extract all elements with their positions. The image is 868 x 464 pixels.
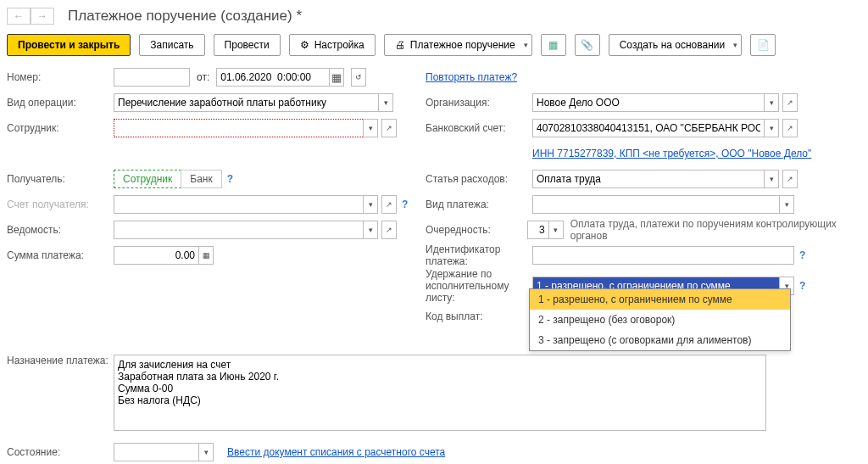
employee-dropdown[interactable]: ▾ (363, 119, 378, 137)
create-based-button[interactable]: Создать на основании (609, 34, 743, 56)
sum-input[interactable] (114, 246, 198, 265)
sheet-label: Ведомость: (7, 224, 114, 236)
settings-label: Настройка (314, 39, 364, 51)
page-title: Платежное поручение (создание) * (68, 8, 302, 25)
attach-button[interactable] (575, 34, 600, 56)
payout-code-label: Код выплат: (426, 310, 532, 322)
gear-icon (300, 39, 309, 51)
payee-acc-input (114, 195, 363, 214)
pay-id-label: Идентификатор платежа: (426, 243, 532, 267)
bank-acc-label: Банковский счет: (426, 122, 532, 134)
employee-input[interactable] (114, 119, 363, 137)
from-label: от: (197, 71, 209, 83)
nav-forward-button[interactable]: → (31, 8, 54, 25)
withhold-dropdown-list[interactable]: 1 - разрешено, с ограничением по сумме 2… (529, 288, 791, 351)
sheet-dropdown[interactable]: ▾ (363, 221, 378, 239)
org-dropdown[interactable]: ▾ (764, 93, 779, 112)
state-input[interactable] (114, 443, 198, 461)
run-close-button[interactable]: Провести и закрыть (7, 34, 131, 56)
clear-date-button[interactable]: ↺ (351, 68, 366, 87)
employee-label: Сотрудник: (7, 122, 114, 134)
withhold-help-icon[interactable]: ? (799, 280, 805, 292)
sum-calc[interactable]: ▦ (198, 246, 214, 265)
priority-input[interactable] (527, 221, 548, 239)
purpose-label: Назначение платежа: (7, 355, 114, 366)
sheet-open[interactable]: ↗ (381, 221, 397, 239)
purpose-textarea[interactable] (114, 355, 766, 431)
bank-acc-input[interactable] (532, 119, 764, 137)
state-link[interactable]: Ввести документ списания с расчетного сч… (227, 446, 445, 458)
doc-icon (757, 39, 770, 51)
pay-type-label: Вид платежа: (426, 198, 532, 210)
org-open[interactable]: ↗ (782, 93, 798, 112)
expense-input[interactable] (532, 170, 764, 188)
attach-icon (581, 39, 593, 51)
print-button[interactable]: Платежное поручение (384, 34, 532, 56)
copy-button[interactable] (541, 34, 566, 56)
repeat-payment-link[interactable]: Повторять платеж? (426, 71, 517, 83)
pay-type-input[interactable] (532, 195, 779, 214)
number-input[interactable] (114, 68, 190, 87)
op-type-dropdown[interactable]: ▾ (378, 93, 393, 112)
withhold-label: Удержание по исполнительному листу: (426, 268, 532, 304)
payee-label: Получатель: (7, 173, 114, 185)
calendar-button[interactable]: ▦ (329, 68, 344, 87)
pay-id-input[interactable] (532, 246, 794, 265)
state-label: Состояние: (7, 446, 114, 458)
op-type-input[interactable] (114, 93, 378, 112)
withhold-option-1[interactable]: 1 - разрешено, с ограничением по сумме (530, 289, 790, 310)
priority-label: Очередность: (426, 224, 527, 236)
sum-label: Сумма платежа: (7, 249, 114, 261)
payee-acc-dropdown: ▾ (363, 195, 378, 214)
expense-label: Статья расходов: (426, 173, 532, 185)
bank-acc-open[interactable]: ↗ (782, 119, 798, 137)
sheet-input[interactable] (114, 221, 363, 239)
nav-back-button[interactable]: ← (7, 8, 31, 25)
payee-employee-toggle[interactable]: Сотрудник (114, 170, 181, 188)
employee-open[interactable]: ↗ (381, 119, 397, 137)
settings-button[interactable]: Настройка (289, 34, 376, 56)
op-type-label: Вид операции: (7, 97, 114, 109)
payee-acc-open: ↗ (381, 195, 397, 214)
print-label: Платежное поручение (410, 39, 515, 51)
calendar-icon: ▦ (331, 71, 342, 84)
withhold-option-2[interactable]: 2 - запрещено (без оговорок) (530, 310, 790, 330)
org-input[interactable] (532, 93, 764, 112)
state-dropdown[interactable]: ▾ (198, 443, 214, 461)
date-input[interactable] (216, 68, 329, 87)
number-label: Номер: (7, 71, 114, 83)
pay-id-help-icon[interactable]: ? (799, 249, 805, 261)
payee-acc-label: Счет получателя: (7, 198, 114, 210)
save-button[interactable]: Записать (139, 34, 204, 56)
payee-help-icon[interactable]: ? (227, 173, 233, 185)
printer-icon (395, 39, 405, 51)
priority-dropdown[interactable]: ▾ (548, 221, 564, 239)
create-based-label: Создать на основании (620, 39, 726, 51)
payee-acc-help-icon[interactable]: ? (402, 198, 408, 210)
payee-bank-toggle[interactable]: Банк (181, 170, 221, 188)
bank-acc-dropdown[interactable]: ▾ (764, 119, 779, 137)
doc-button[interactable] (750, 34, 776, 56)
withhold-option-3[interactable]: 3 - запрещено (с оговорками для алименто… (530, 330, 790, 350)
pay-type-dropdown[interactable]: ▾ (779, 195, 794, 214)
run-button[interactable]: Провести (214, 34, 281, 56)
inn-link[interactable]: ИНН 7715277839, КПП <не требуется>, ООО … (532, 148, 811, 159)
priority-text: Оплата труда, платежи по поручениям конт… (570, 218, 861, 242)
org-label: Организация: (426, 97, 532, 109)
expense-open[interactable]: ↗ (782, 170, 798, 188)
expense-dropdown[interactable]: ▾ (764, 170, 779, 188)
square-icon (548, 39, 558, 51)
